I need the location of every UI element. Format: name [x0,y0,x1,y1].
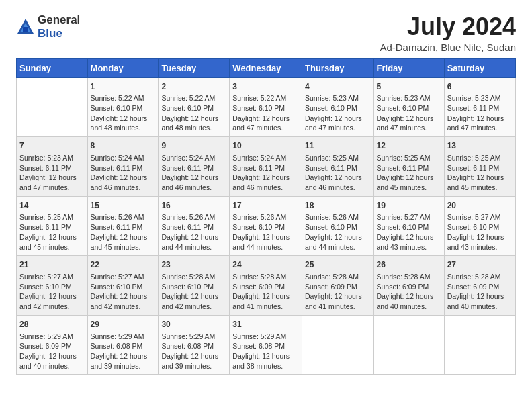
day-number: 29 [91,319,156,330]
day-cell: 25Sunrise: 5:28 AM Sunset: 6:09 PM Dayli… [302,256,374,316]
day-cell: 4Sunrise: 5:23 AM Sunset: 6:10 PM Daylig… [302,77,374,137]
day-info: Sunrise: 5:28 AM Sunset: 6:09 PM Dayligh… [232,272,299,312]
day-number: 18 [305,200,371,212]
week-row-3: 14Sunrise: 5:25 AM Sunset: 6:11 PM Dayli… [17,196,516,256]
day-cell: 10Sunrise: 5:24 AM Sunset: 6:11 PM Dayli… [230,137,302,197]
day-number: 17 [232,200,299,212]
logo: General Blue [16,13,80,40]
day-number: 27 [447,259,513,271]
day-number: 19 [377,200,441,212]
header-cell-thursday: Thursday [302,58,374,77]
day-cell: 30Sunrise: 5:29 AM Sunset: 6:08 PM Dayli… [159,315,230,375]
day-number: 1 [91,81,156,93]
day-cell: 31Sunrise: 5:29 AM Sunset: 6:08 PM Dayli… [230,315,302,375]
logo-general: General [38,13,80,27]
day-cell: 3Sunrise: 5:22 AM Sunset: 6:10 PM Daylig… [230,77,302,137]
day-info: Sunrise: 5:29 AM Sunset: 6:08 PM Dayligh… [91,332,156,371]
day-number: 15 [91,200,156,212]
day-info: Sunrise: 5:28 AM Sunset: 6:09 PM Dayligh… [447,272,513,312]
day-number: 11 [305,140,371,152]
day-cell: 26Sunrise: 5:28 AM Sunset: 6:09 PM Dayli… [373,256,444,316]
day-number: 8 [91,140,156,152]
calendar-header: SundayMondayTuesdayWednesdayThursdayFrid… [17,58,516,77]
day-number: 26 [377,259,441,271]
day-cell [17,77,88,137]
header-cell-saturday: Saturday [444,58,515,77]
day-cell: 13Sunrise: 5:25 AM Sunset: 6:11 PM Dayli… [444,137,515,197]
day-number: 28 [19,319,85,330]
day-info: Sunrise: 5:24 AM Sunset: 6:11 PM Dayligh… [161,153,226,193]
header-cell-tuesday: Tuesday [159,58,230,77]
day-cell [373,315,444,375]
day-cell: 22Sunrise: 5:27 AM Sunset: 6:10 PM Dayli… [87,256,159,316]
day-number: 3 [232,81,299,93]
day-cell: 17Sunrise: 5:26 AM Sunset: 6:10 PM Dayli… [230,196,302,256]
day-info: Sunrise: 5:26 AM Sunset: 6:11 PM Dayligh… [91,212,156,252]
day-number: 14 [19,200,85,212]
day-number: 13 [447,140,513,152]
svg-rect-2 [23,27,28,32]
day-info: Sunrise: 5:27 AM Sunset: 6:10 PM Dayligh… [447,212,513,252]
day-cell: 1Sunrise: 5:22 AM Sunset: 6:10 PM Daylig… [87,77,159,137]
day-info: Sunrise: 5:23 AM Sunset: 6:11 PM Dayligh… [19,153,85,193]
location-title: Ad-Damazin, Blue Nile, Sudan [380,42,516,53]
header-cell-friday: Friday [373,58,444,77]
week-row-1: 1Sunrise: 5:22 AM Sunset: 6:10 PM Daylig… [17,77,516,137]
day-info: Sunrise: 5:25 AM Sunset: 6:11 PM Dayligh… [305,153,371,193]
week-row-4: 21Sunrise: 5:27 AM Sunset: 6:10 PM Dayli… [17,256,516,316]
day-number: 23 [161,259,226,271]
day-info: Sunrise: 5:23 AM Sunset: 6:10 PM Dayligh… [305,93,371,133]
day-number: 12 [377,140,441,152]
day-cell: 5Sunrise: 5:23 AM Sunset: 6:10 PM Daylig… [373,77,444,137]
day-info: Sunrise: 5:26 AM Sunset: 6:11 PM Dayligh… [161,212,226,252]
header-cell-sunday: Sunday [17,58,88,77]
day-cell: 18Sunrise: 5:26 AM Sunset: 6:10 PM Dayli… [302,196,374,256]
day-cell: 8Sunrise: 5:24 AM Sunset: 6:11 PM Daylig… [87,137,159,197]
day-info: Sunrise: 5:29 AM Sunset: 6:08 PM Dayligh… [232,332,299,371]
day-cell: 11Sunrise: 5:25 AM Sunset: 6:11 PM Dayli… [302,137,374,197]
day-cell: 20Sunrise: 5:27 AM Sunset: 6:10 PM Dayli… [444,196,515,256]
day-cell: 15Sunrise: 5:26 AM Sunset: 6:11 PM Dayli… [87,196,159,256]
day-info: Sunrise: 5:28 AM Sunset: 6:09 PM Dayligh… [377,272,441,312]
day-info: Sunrise: 5:27 AM Sunset: 6:10 PM Dayligh… [91,272,156,312]
day-info: Sunrise: 5:27 AM Sunset: 6:10 PM Dayligh… [19,272,85,312]
week-row-2: 7Sunrise: 5:23 AM Sunset: 6:11 PM Daylig… [17,137,516,197]
day-info: Sunrise: 5:24 AM Sunset: 6:11 PM Dayligh… [232,153,299,193]
day-cell: 7Sunrise: 5:23 AM Sunset: 6:11 PM Daylig… [17,137,88,197]
day-info: Sunrise: 5:25 AM Sunset: 6:11 PM Dayligh… [447,153,513,193]
week-row-5: 28Sunrise: 5:29 AM Sunset: 6:09 PM Dayli… [17,315,516,375]
calendar-body: 1Sunrise: 5:22 AM Sunset: 6:10 PM Daylig… [17,77,516,375]
day-cell: 6Sunrise: 5:23 AM Sunset: 6:11 PM Daylig… [444,77,515,137]
day-number: 9 [161,140,226,152]
day-info: Sunrise: 5:23 AM Sunset: 6:11 PM Dayligh… [447,93,513,133]
header-cell-monday: Monday [87,58,159,77]
day-cell: 28Sunrise: 5:29 AM Sunset: 6:09 PM Dayli… [17,315,88,375]
day-cell: 29Sunrise: 5:29 AM Sunset: 6:08 PM Dayli… [87,315,159,375]
day-cell [444,315,515,375]
day-number: 4 [305,81,371,93]
day-info: Sunrise: 5:29 AM Sunset: 6:08 PM Dayligh… [161,332,226,371]
day-info: Sunrise: 5:28 AM Sunset: 6:10 PM Dayligh… [161,272,226,312]
day-number: 2 [161,81,226,93]
day-number: 22 [91,259,156,271]
day-info: Sunrise: 5:22 AM Sunset: 6:10 PM Dayligh… [91,93,156,133]
day-number: 10 [232,140,299,152]
day-number: 16 [161,200,226,212]
day-cell [302,315,374,375]
logo-icon [16,17,35,36]
day-cell: 21Sunrise: 5:27 AM Sunset: 6:10 PM Dayli… [17,256,88,316]
day-number: 5 [377,81,441,93]
day-number: 7 [19,140,85,152]
logo-blue: Blue [38,27,80,40]
day-info: Sunrise: 5:24 AM Sunset: 6:11 PM Dayligh… [91,153,156,193]
day-cell: 9Sunrise: 5:24 AM Sunset: 6:11 PM Daylig… [159,137,230,197]
day-number: 21 [19,259,85,271]
day-info: Sunrise: 5:25 AM Sunset: 6:11 PM Dayligh… [377,153,441,193]
day-info: Sunrise: 5:22 AM Sunset: 6:10 PM Dayligh… [232,93,299,133]
day-info: Sunrise: 5:25 AM Sunset: 6:11 PM Dayligh… [19,212,85,252]
day-cell: 19Sunrise: 5:27 AM Sunset: 6:10 PM Dayli… [373,196,444,256]
day-cell: 14Sunrise: 5:25 AM Sunset: 6:11 PM Dayli… [17,196,88,256]
header-cell-wednesday: Wednesday [230,58,302,77]
day-number: 20 [447,200,513,212]
logo-text: General Blue [38,13,80,40]
